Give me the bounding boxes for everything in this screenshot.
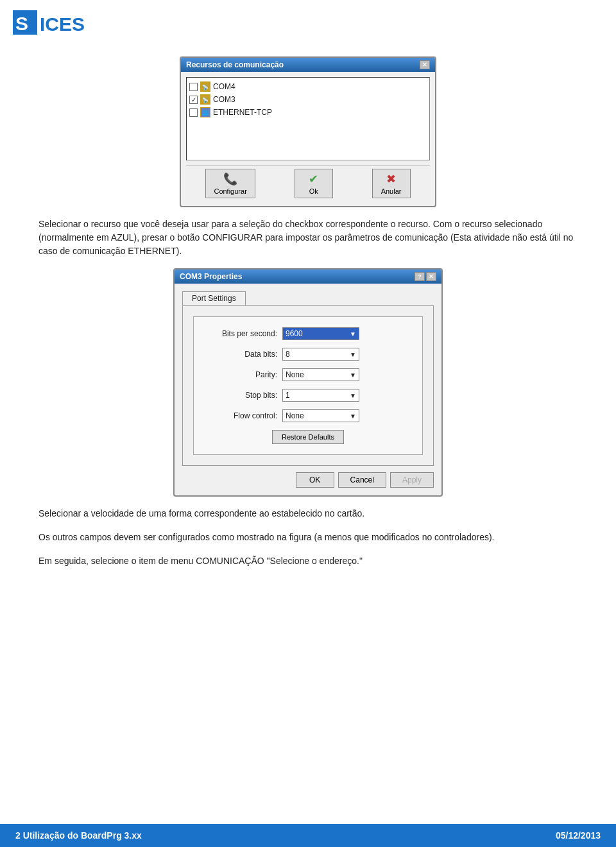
com4-label: COM4: [213, 82, 235, 91]
flow-control-label: Flow control:: [207, 411, 277, 420]
checkbox-com3[interactable]: ✓: [189, 96, 198, 104]
data-bits-value: 8: [286, 350, 290, 359]
logo-svg: S ICES: [13, 8, 96, 38]
ok-label: Ok: [309, 187, 318, 195]
resource-com3[interactable]: ✓ 📡 COM3: [189, 93, 427, 106]
parity-arrow: ▼: [350, 372, 356, 379]
parity-select[interactable]: None ▼: [282, 368, 359, 381]
ethernet-label: ETHERNET-TCP: [213, 108, 272, 117]
com3-dialog: COM3 Properties ? ✕ Port Settings Bits p…: [173, 268, 443, 497]
svg-text:S: S: [15, 13, 28, 34]
ethernet-icon: 🌐: [200, 107, 210, 117]
checkbox-com4[interactable]: [189, 83, 198, 91]
port-settings-tab[interactable]: Port Settings: [182, 291, 246, 305]
page-footer: 2 Utilização do BoardPrg 3.xx 05/12/2013: [0, 824, 616, 847]
com4-icon: 📡: [200, 81, 210, 92]
configurar-label: Configurar: [214, 187, 246, 195]
com3-titlebar: COM3 Properties ? ✕: [175, 270, 441, 284]
svg-text:📡: 📡: [202, 97, 209, 103]
recursos-buttons: 📞 Configurar ✔ Ok ✖ Anular: [186, 166, 430, 201]
close-btn[interactable]: ✕: [420, 60, 430, 69]
flow-control-value: None: [286, 411, 304, 420]
com3-title: COM3 Properties: [180, 272, 242, 281]
flow-control-row: Flow control: None ▼: [207, 409, 409, 422]
titlebar-controls: ✕: [420, 60, 430, 69]
ok-icon: ✔: [309, 172, 318, 186]
bits-per-second-label: Bits per second:: [207, 329, 277, 338]
recursos-titlebar: Recursos de comunicação ✕: [181, 58, 435, 72]
ok-button[interactable]: ✔ Ok: [295, 169, 333, 198]
anular-icon: ✖: [386, 172, 396, 186]
checkbox-ethernet[interactable]: [189, 108, 198, 117]
configurar-button[interactable]: 📞 Configurar: [205, 169, 255, 198]
data-bits-select[interactable]: 8 ▼: [282, 348, 359, 361]
parity-row: Parity: None ▼: [207, 368, 409, 381]
settings-box: Bits per second: 9600 ▼ Data bits: 8 ▼: [193, 316, 423, 455]
bits-per-second-value: 9600: [286, 329, 303, 338]
com3-cancel-button[interactable]: Cancel: [338, 472, 386, 488]
data-bits-row: Data bits: 8 ▼: [207, 348, 409, 361]
recursos-body: 📡 COM4 ✓ 📡 COM3 🌐: [181, 72, 435, 206]
recursos-dialog: Recursos de comunicação ✕ 📡 COM4 ✓: [180, 56, 436, 207]
stop-bits-row: Stop bits: 1 ▼: [207, 389, 409, 402]
resource-com4[interactable]: 📡 COM4: [189, 80, 427, 93]
data-bits-arrow: ▼: [350, 351, 356, 358]
paragraph1: Selecionar o recurso que você deseja usa…: [38, 218, 578, 258]
svg-text:ICES: ICES: [40, 13, 85, 35]
bottom-buttons: OK Cancel Apply: [180, 468, 436, 490]
bits-per-second-row: Bits per second: 9600 ▼: [207, 327, 409, 340]
flow-control-select[interactable]: None ▼: [282, 409, 359, 422]
stop-bits-arrow: ▼: [350, 392, 356, 399]
com3-controls: ? ✕: [415, 272, 436, 281]
stop-bits-label: Stop bits:: [207, 391, 277, 400]
stop-bits-select[interactable]: 1 ▼: [282, 389, 359, 402]
footer-right: 05/12/2013: [556, 830, 601, 841]
anular-button[interactable]: ✖ Anular: [372, 169, 411, 198]
page-header: S ICES: [0, 0, 616, 44]
sices-logo: S ICES: [13, 8, 603, 38]
footer-left: 2 Utilização do BoardPrg 3.xx: [15, 830, 142, 841]
configurar-icon: 📞: [223, 172, 237, 186]
com3-apply-button[interactable]: Apply: [390, 472, 434, 488]
paragraph4: Em seguida, selecione o item de menu COM…: [38, 554, 578, 568]
svg-text:📡: 📡: [202, 84, 209, 90]
bits-per-second-select[interactable]: 9600 ▼: [282, 327, 359, 340]
com3-ok-button[interactable]: OK: [296, 472, 334, 488]
main-content: Recursos de comunicação ✕ 📡 COM4 ✓: [0, 44, 616, 568]
flow-control-arrow: ▼: [350, 413, 356, 420]
help-button[interactable]: ?: [415, 272, 425, 281]
resource-ethernet[interactable]: 🌐 ETHERNET-TCP: [189, 106, 427, 119]
parity-label: Parity:: [207, 370, 277, 379]
data-bits-label: Data bits:: [207, 350, 277, 359]
paragraph2: Selecionar a velocidade de uma forma cor…: [38, 507, 578, 520]
tab-content: Bits per second: 9600 ▼ Data bits: 8 ▼: [182, 305, 434, 466]
com3-icon: 📡: [200, 94, 210, 105]
stop-bits-value: 1: [286, 391, 290, 400]
com3-close-button[interactable]: ✕: [426, 272, 436, 281]
recursos-title: Recursos de comunicação: [186, 60, 284, 69]
bits-per-second-arrow: ▼: [350, 330, 356, 338]
resources-list: 📡 COM4 ✓ 📡 COM3 🌐: [186, 77, 430, 160]
restore-defaults-button[interactable]: Restore Defaults: [272, 430, 344, 444]
svg-text:🌐: 🌐: [202, 110, 209, 116]
parity-value: None: [286, 370, 304, 379]
com3-body: Port Settings Bits per second: 9600 ▼ Da…: [175, 284, 441, 495]
tabs-bar: Port Settings: [180, 289, 436, 305]
com3-label: COM3: [213, 95, 235, 104]
anular-label: Anular: [381, 187, 402, 195]
paragraph3: Os outros campos devem ser configurados …: [38, 531, 578, 544]
